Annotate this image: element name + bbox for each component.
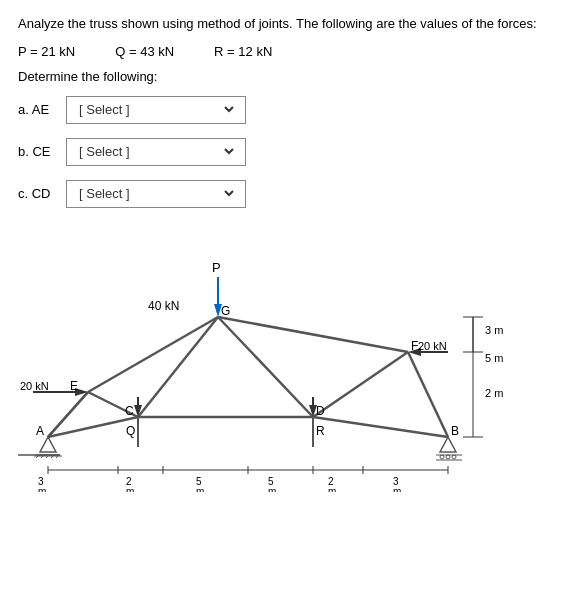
- P-label: P: [212, 260, 221, 275]
- truss-diagram: P 40 kN G E 20 kN F 20 kN C D Q R A B 3 …: [18, 222, 538, 492]
- B-label: B: [451, 424, 459, 438]
- question-row-b: b. CE [ Select ] 0 kN 10 kN T 10 kN C 20…: [18, 138, 543, 166]
- select-b[interactable]: [ Select ] 0 kN 10 kN T 10 kN C 20 kN T …: [75, 143, 237, 160]
- svg-point-26: [446, 455, 450, 459]
- question-row-c: c. CD [ Select ] 0 kN 10 kN T 10 kN C 20…: [18, 180, 543, 208]
- A-label: A: [36, 424, 44, 438]
- bottom-dim-m4: m: [268, 486, 276, 492]
- determine-text: Determine the following:: [18, 69, 543, 84]
- question-label-b: b. CE: [18, 144, 58, 159]
- description-text: Analyze the truss shown using method of …: [18, 16, 537, 31]
- select-a-wrapper: [ Select ] 0 kN 10 kN T 10 kN C 20 kN T …: [66, 96, 246, 124]
- force-E-label: 20 kN: [20, 380, 49, 392]
- R-label: R: [316, 424, 325, 438]
- svg-point-27: [452, 455, 456, 459]
- dim-2m: 2 m: [485, 387, 503, 399]
- svg-marker-14: [40, 437, 56, 452]
- E-label: E: [70, 379, 78, 393]
- select-c[interactable]: [ Select ] 0 kN 10 kN T 10 kN C 20 kN T …: [75, 185, 237, 202]
- bottom-dim-m6: m: [393, 486, 401, 492]
- select-c-wrapper: [ Select ] 0 kN 10 kN T 10 kN C 20 kN T …: [66, 180, 246, 208]
- svg-marker-23: [440, 437, 456, 452]
- bottom-dim-m1: m: [38, 486, 46, 492]
- problem-description: Analyze the truss shown using method of …: [18, 14, 543, 34]
- dim-3m: 3 m: [485, 324, 503, 336]
- svg-line-8: [138, 317, 218, 417]
- forces-row: P = 21 kN Q = 43 kN R = 12 kN: [18, 44, 543, 59]
- svg-line-2: [313, 417, 448, 437]
- force-R: R = 12 kN: [214, 44, 272, 59]
- select-b-wrapper: [ Select ] 0 kN 10 kN T 10 kN C 20 kN T …: [66, 138, 246, 166]
- D-node-label: D: [316, 404, 325, 418]
- Q-label: Q: [126, 424, 135, 438]
- question-label-c: c. CD: [18, 186, 58, 201]
- bottom-dim-m3: m: [196, 486, 204, 492]
- bottom-dim-m5: m: [328, 486, 336, 492]
- G-label: G: [221, 304, 230, 318]
- question-label-a: a. AE: [18, 102, 58, 117]
- select-a[interactable]: [ Select ] 0 kN 10 kN T 10 kN C 20 kN T …: [75, 101, 237, 118]
- C-node-label: C: [125, 404, 134, 418]
- load-label: 40 kN: [148, 299, 179, 313]
- svg-line-4: [88, 317, 218, 392]
- svg-line-10: [313, 352, 408, 417]
- force-P: P = 21 kN: [18, 44, 75, 59]
- force-F-label: 20 kN: [418, 340, 447, 352]
- truss-svg: P 40 kN G E 20 kN F 20 kN C D Q R A B 3 …: [18, 222, 538, 492]
- bottom-dim-m2: m: [126, 486, 134, 492]
- dim-5m: 5 m: [485, 352, 503, 364]
- question-row-a: a. AE [ Select ] 0 kN 10 kN T 10 kN C 20…: [18, 96, 543, 124]
- svg-line-6: [408, 352, 448, 437]
- svg-point-25: [440, 455, 444, 459]
- force-Q: Q = 43 kN: [115, 44, 174, 59]
